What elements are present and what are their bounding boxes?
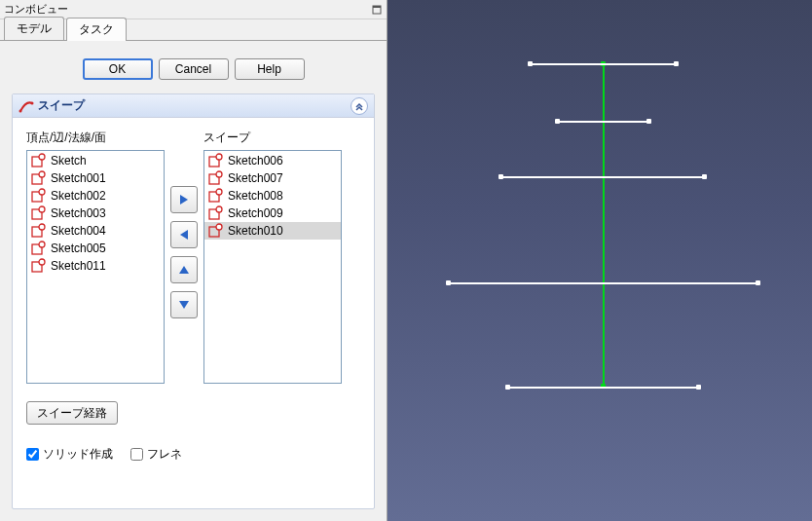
tab-bar: モデル タスク: [0, 19, 387, 41]
svg-point-7: [39, 171, 45, 177]
sketch-line-3: [500, 176, 705, 178]
list-item[interactable]: Sketch002: [27, 187, 164, 205]
sweep-task-title: スイープ: [38, 97, 85, 114]
left-list-label: 頂点/辺/法線/面: [26, 130, 165, 146]
list-item[interactable]: Sketch009: [204, 205, 341, 222]
list-item[interactable]: Sketch006: [204, 152, 341, 169]
list-item-label: Sketch008: [228, 189, 283, 203]
sketch-icon: [31, 153, 47, 168]
list-item[interactable]: Sketch: [27, 152, 164, 169]
svg-point-11: [39, 206, 45, 212]
svg-point-3: [31, 101, 34, 104]
svg-point-23: [216, 189, 222, 195]
list-item-label: Sketch011: [51, 259, 106, 273]
available-list[interactable]: SketchSketch001Sketch002Sketch003Sketch0…: [26, 150, 165, 384]
sketch-icon: [208, 170, 224, 186]
list-item-label: Sketch009: [228, 206, 283, 220]
task-button-row: OK Cancel Help: [0, 41, 387, 93]
tab-model[interactable]: モデル: [4, 17, 64, 40]
sweep-icon: [18, 98, 34, 114]
move-up-button[interactable]: [170, 256, 198, 283]
sweep-path-line: [603, 63, 605, 387]
sketch-line-5: [507, 387, 699, 389]
solid-checkbox[interactable]: [26, 448, 39, 461]
svg-point-9: [39, 189, 45, 195]
sweep-path-button[interactable]: スイープ経路: [26, 401, 118, 425]
sketch-line-1: [530, 63, 677, 65]
svg-point-13: [39, 224, 45, 230]
combo-view-panel: コンボビュー モデル タスク OK Cancel Help スイープ: [0, 0, 388, 521]
sketch-icon: [31, 223, 47, 239]
sketch-icon: [208, 153, 224, 168]
svg-point-25: [216, 206, 222, 212]
sketch-icon: [208, 223, 224, 239]
solid-checkbox-wrap[interactable]: ソリッド作成: [26, 446, 113, 463]
sketch-line-2: [557, 121, 649, 123]
sketch-icon: [31, 188, 47, 204]
frenet-checkbox-wrap[interactable]: フレネ: [130, 446, 182, 463]
dock-icon[interactable]: [371, 4, 383, 16]
list-item-label: Sketch007: [228, 171, 283, 185]
sketch-icon: [31, 241, 47, 256]
list-item[interactable]: Sketch010: [204, 222, 341, 240]
list-item-label: Sketch006: [228, 154, 283, 167]
sketch-icon: [31, 170, 47, 186]
sketch-icon: [208, 205, 224, 221]
svg-point-2: [19, 109, 22, 112]
sketch-icon: [208, 188, 224, 204]
svg-rect-1: [373, 6, 381, 8]
list-item-label: Sketch002: [51, 189, 106, 203]
svg-point-5: [39, 154, 45, 160]
solid-checkbox-label: ソリッド作成: [43, 446, 113, 463]
panel-title-text: コンボビュー: [4, 2, 68, 17]
list-item[interactable]: Sketch005: [27, 240, 164, 257]
svg-point-21: [216, 171, 222, 177]
selected-list[interactable]: Sketch006Sketch007Sketch008Sketch009Sket…: [203, 150, 342, 384]
svg-point-19: [216, 154, 222, 160]
list-item-label: Sketch005: [51, 242, 106, 255]
tab-task[interactable]: タスク: [66, 18, 127, 41]
svg-point-27: [216, 224, 222, 230]
sweep-task-box: スイープ 頂点/辺/法線/面 SketchSketch001Sketch002S…: [12, 93, 375, 509]
list-item[interactable]: Sketch011: [27, 257, 164, 275]
transfer-buttons: [170, 186, 198, 318]
sketch-icon: [31, 205, 47, 221]
frenet-checkbox[interactable]: [130, 448, 143, 461]
list-item[interactable]: Sketch008: [204, 187, 341, 205]
ok-button[interactable]: OK: [83, 58, 153, 80]
list-item[interactable]: Sketch007: [204, 169, 341, 187]
list-item[interactable]: Sketch001: [27, 169, 164, 187]
sweep-task-body: 頂点/辺/法線/面 SketchSketch001Sketch002Sketch…: [13, 118, 374, 508]
move-down-button[interactable]: [170, 291, 198, 318]
help-button[interactable]: Help: [235, 58, 305, 80]
list-item[interactable]: Sketch003: [27, 205, 164, 222]
collapse-icon[interactable]: [351, 97, 368, 115]
list-item[interactable]: Sketch004: [27, 222, 164, 240]
list-item-label: Sketch004: [51, 224, 106, 238]
list-item-label: Sketch003: [51, 206, 106, 220]
sketch-icon: [31, 258, 47, 274]
list-item-label: Sketch001: [51, 171, 106, 185]
sweep-task-header: スイープ: [13, 94, 374, 118]
cancel-button[interactable]: Cancel: [159, 58, 229, 80]
svg-point-17: [39, 259, 45, 265]
list-item-label: Sketch010: [228, 224, 283, 238]
right-list-label: スイープ: [203, 130, 342, 146]
3d-viewport[interactable]: [388, 0, 812, 521]
svg-point-15: [39, 242, 45, 247]
move-right-button[interactable]: [170, 186, 198, 213]
list-item-label: Sketch: [51, 154, 87, 167]
sketch-line-4: [448, 282, 758, 284]
move-left-button[interactable]: [170, 221, 198, 248]
frenet-checkbox-label: フレネ: [147, 446, 182, 463]
